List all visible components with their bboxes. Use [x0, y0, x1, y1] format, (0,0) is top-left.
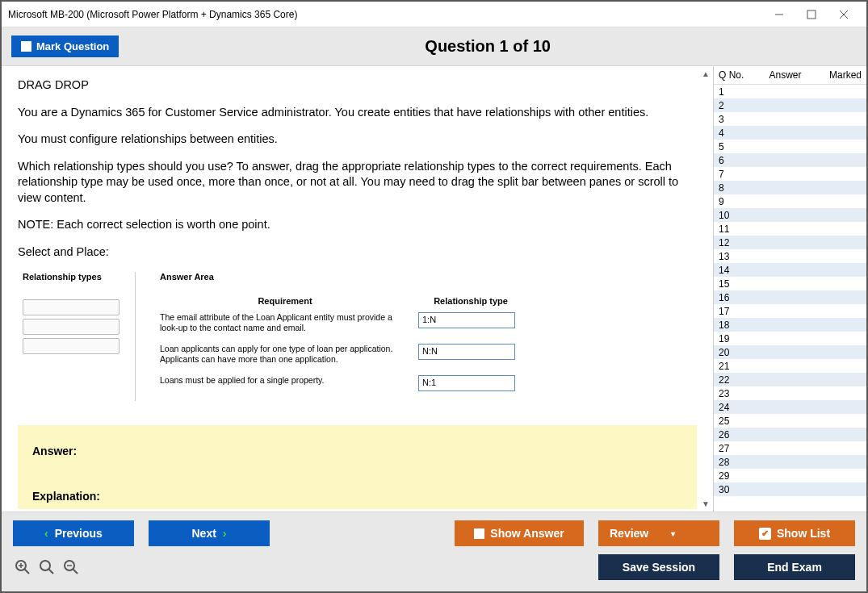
table-row: The email attribute of the Loan Applican…	[160, 312, 697, 334]
sidebar-row-number: 27	[719, 443, 743, 454]
sidebar-row[interactable]: 27	[714, 441, 866, 455]
sidebar-header: Q No. Answer Marked	[714, 66, 866, 85]
main-area: ▲ ▼ DRAG DROP You are a Dynamics 365 for…	[2, 66, 866, 512]
sidebar-row[interactable]: 19	[714, 332, 866, 345]
zoom-controls	[13, 558, 81, 577]
show-answer-button[interactable]: Show Answer	[455, 520, 584, 546]
sidebar-row[interactable]: 4	[714, 126, 866, 140]
sidebar-row[interactable]: 26	[714, 428, 866, 441]
zoom-reset-button[interactable]	[37, 558, 57, 577]
question-list-sidebar: Q No. Answer Marked 12345678910111213141…	[713, 66, 866, 512]
save-session-button[interactable]: Save Session	[598, 554, 719, 580]
sidebar-row-number: 30	[719, 484, 743, 495]
sidebar-row-number: 29	[719, 470, 743, 482]
sidebar-row-number: 11	[719, 223, 743, 235]
zoom-in-button[interactable]	[13, 558, 32, 577]
relationship-types-header: Relationship types	[23, 272, 119, 282]
sidebar-row[interactable]: 3	[714, 112, 866, 126]
sidebar-row[interactable]: 15	[714, 277, 866, 290]
sidebar-row-number: 3	[719, 114, 743, 125]
sidebar-row-number: 17	[719, 306, 743, 317]
sidebar-row-number: 28	[719, 457, 743, 468]
sidebar-row[interactable]: 1	[714, 85, 866, 98]
sidebar-row[interactable]: 24	[714, 400, 866, 414]
question-type-label: DRAG DROP	[18, 77, 697, 94]
question-paragraph: You are a Dynamics 365 for Customer Serv…	[18, 105, 697, 121]
drag-source-box[interactable]	[23, 319, 120, 335]
sidebar-row[interactable]: 12	[714, 236, 866, 249]
requirement-text: Loan applicants can apply for one type o…	[160, 344, 410, 365]
relationship-type-header: Relationship type	[418, 296, 523, 306]
sidebar-row[interactable]: 17	[714, 304, 866, 318]
titlebar: Microsoft MB-200 (Microsoft Power Platfo…	[2, 2, 866, 27]
sidebar-row-number: 23	[719, 388, 743, 399]
sidebar-row[interactable]: 10	[714, 208, 866, 222]
table-row: Loans must be applied for a single prope…	[160, 375, 697, 391]
next-button[interactable]: Next›	[149, 520, 270, 546]
sidebar-row[interactable]: 7	[714, 167, 866, 181]
sidebar-row[interactable]: 9	[714, 194, 866, 208]
question-counter: Question 1 of 10	[119, 37, 857, 56]
header-bar: Mark Question Question 1 of 10	[2, 27, 866, 66]
maximize-button[interactable]	[795, 3, 828, 26]
sidebar-row[interactable]: 5	[714, 140, 866, 153]
previous-button[interactable]: ‹Previous	[13, 520, 134, 546]
sidebar-row[interactable]: 14	[714, 263, 866, 277]
show-list-button[interactable]: ✔Show List	[734, 520, 855, 546]
close-button[interactable]	[828, 3, 860, 26]
scroll-up-icon[interactable]: ▲	[702, 69, 710, 78]
sidebar-row[interactable]: 8	[714, 181, 866, 194]
sidebar-row-number: 21	[719, 361, 743, 372]
sidebar-row[interactable]: 6	[714, 153, 866, 167]
drag-source-box[interactable]	[23, 338, 120, 354]
sidebar-row-number: 13	[719, 251, 743, 262]
sidebar-row[interactable]: 21	[714, 359, 866, 373]
drop-target[interactable]: 1:N	[418, 312, 515, 328]
sidebar-header-answer: Answer	[749, 69, 821, 81]
mark-question-button[interactable]: Mark Question	[11, 35, 119, 57]
sidebar-row-number: 8	[719, 182, 743, 194]
sidebar-header-marked: Marked	[821, 69, 862, 81]
question-paragraph: NOTE: Each correct selection is worth on…	[18, 217, 697, 233]
relationship-types-column: Relationship types	[23, 272, 136, 402]
drop-target[interactable]: N:N	[418, 344, 515, 360]
sidebar-row-number: 22	[719, 374, 743, 386]
sidebar-row-number: 15	[719, 278, 743, 290]
zoom-out-button[interactable]	[61, 558, 81, 577]
review-button[interactable]: Review▾	[598, 520, 719, 546]
svg-line-9	[48, 569, 53, 574]
sidebar-row[interactable]: 18	[714, 318, 866, 332]
sidebar-row[interactable]: 20	[714, 345, 866, 359]
question-scroll[interactable]: ▲ ▼ DRAG DROP You are a Dynamics 365 for…	[2, 66, 713, 512]
table-header-row: Requirement Relationship type	[160, 296, 697, 306]
sidebar-row[interactable]: 11	[714, 222, 866, 236]
window-title: Microsoft MB-200 (Microsoft Power Platfo…	[8, 9, 763, 20]
drop-target[interactable]: N:1	[418, 375, 515, 391]
minimize-button[interactable]	[763, 3, 795, 26]
sidebar-row[interactable]: 29	[714, 469, 866, 482]
sidebar-row[interactable]: 25	[714, 414, 866, 428]
scroll-down-icon[interactable]: ▼	[702, 499, 710, 508]
footer: ‹Previous Next› Show Answer Review▾ ✔Sho…	[2, 512, 866, 591]
sidebar-row-number: 19	[719, 333, 743, 345]
sidebar-row-number: 12	[719, 237, 743, 248]
sidebar-row[interactable]: 28	[714, 455, 866, 469]
question-paragraph: Which relationship types should you use?…	[18, 159, 697, 207]
sidebar-row[interactable]: 13	[714, 249, 866, 263]
sidebar-row[interactable]: 23	[714, 386, 866, 400]
chevron-down-icon: ▾	[671, 529, 675, 538]
sidebar-row-number: 7	[719, 169, 743, 180]
question-text: DRAG DROP You are a Dynamics 365 for Cus…	[18, 77, 697, 261]
sidebar-row-number: 10	[719, 210, 743, 221]
sidebar-body[interactable]: 1234567891011121314151617181920212223242…	[714, 85, 866, 512]
sidebar-row[interactable]: 30	[714, 482, 866, 496]
drag-drop-area: Relationship types Answer Area Requireme…	[18, 272, 697, 402]
sidebar-row-number: 5	[719, 141, 743, 152]
sidebar-row[interactable]: 2	[714, 98, 866, 112]
end-exam-button[interactable]: End Exam	[734, 554, 855, 580]
sidebar-row-number: 2	[719, 100, 743, 111]
sidebar-row[interactable]: 22	[714, 373, 866, 386]
requirement-header: Requirement	[160, 296, 410, 306]
drag-source-box[interactable]	[23, 299, 120, 315]
sidebar-row[interactable]: 16	[714, 290, 866, 304]
